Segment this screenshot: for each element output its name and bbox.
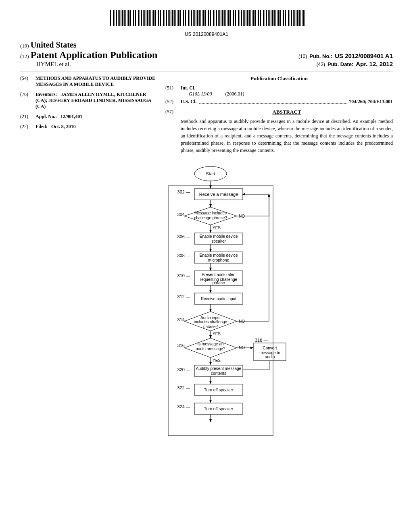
svg-rect-89	[249, 10, 250, 26]
svg-rect-42	[175, 10, 176, 26]
step324-text: Turn off speaker	[204, 407, 234, 411]
svg-rect-30	[157, 10, 157, 26]
step324-num: 324 —	[177, 404, 190, 409]
svg-rect-91	[252, 10, 252, 26]
svg-rect-112	[285, 10, 286, 26]
svg-rect-15	[133, 10, 134, 26]
svg-rect-45	[180, 10, 181, 26]
svg-rect-60	[203, 10, 204, 26]
svg-rect-124	[303, 10, 305, 26]
abstract-text: Methods and apparatus to audibly provide…	[181, 118, 393, 154]
svg-rect-46	[182, 10, 182, 26]
svg-rect-69	[218, 10, 219, 26]
svg-rect-68	[216, 10, 217, 26]
step320-text-2: contents	[211, 371, 226, 376]
svg-rect-6	[119, 10, 120, 26]
svg-rect-18	[138, 10, 139, 26]
left-column: (54) METHODS AND APPARATUS TO AUDIBLY PR…	[20, 75, 157, 156]
svg-rect-81	[237, 10, 237, 26]
step308-text-1: Enable mobile device	[199, 253, 238, 258]
svg-rect-63	[208, 10, 209, 26]
svg-rect-158	[168, 186, 273, 436]
svg-rect-21	[143, 10, 144, 26]
svg-rect-32	[160, 10, 161, 26]
svg-rect-59	[202, 10, 202, 26]
svg-rect-28	[153, 10, 154, 26]
svg-rect-8	[122, 10, 123, 26]
svg-rect-74	[225, 10, 226, 26]
step314-yes-label: YES	[213, 332, 221, 336]
svg-rect-29	[155, 10, 156, 26]
svg-rect-10	[125, 10, 126, 26]
step310-text-1: Present audio alert	[202, 272, 236, 277]
step304-text-1: Message includes	[194, 211, 227, 215]
field-51-num: (51)	[165, 85, 181, 97]
inventor-name: HYMEL et al.	[20, 61, 71, 68]
field-57-row: (57) ABSTRACT Methods and apparatus to a…	[165, 109, 393, 154]
field-52-label: U.S. Cl.	[181, 99, 196, 105]
svg-rect-103	[271, 10, 271, 26]
svg-rect-102	[269, 10, 270, 26]
svg-rect-82	[238, 10, 239, 26]
svg-rect-12	[128, 10, 129, 26]
patent-type-num: (12)	[20, 53, 29, 60]
page: US 20120089401A1 (19) United States (12)…	[0, 0, 413, 532]
step320-text-1: Audibly present message	[196, 366, 242, 371]
svg-rect-66	[213, 10, 214, 26]
svg-rect-7	[121, 10, 121, 26]
country-name: United States	[31, 40, 77, 50]
svg-rect-71	[221, 10, 221, 26]
svg-rect-14	[132, 10, 132, 26]
svg-rect-108	[278, 10, 280, 26]
flowchart-container: Start 302 — Receive a message 304 — Mess…	[20, 164, 393, 494]
svg-rect-4	[116, 10, 117, 26]
svg-rect-120	[297, 10, 298, 26]
country-num: (19)	[20, 43, 29, 49]
step310-num: 310 —	[177, 273, 190, 278]
svg-rect-19	[140, 10, 140, 26]
svg-rect-97	[262, 10, 262, 26]
svg-rect-95	[258, 10, 259, 26]
field-51-label: Int. Cl.	[181, 85, 195, 91]
svg-rect-101	[268, 10, 269, 26]
svg-rect-44	[178, 10, 179, 26]
svg-rect-51	[190, 10, 190, 26]
svg-rect-77	[230, 10, 231, 26]
pub-no-label: Pub. No.:	[309, 53, 332, 59]
field-22-num: (22)	[20, 124, 35, 130]
svg-rect-55	[196, 10, 196, 26]
pub-class-title: Publication Classification	[165, 75, 393, 82]
field-76-num: (76)	[20, 91, 35, 98]
svg-rect-41	[174, 10, 175, 26]
field-51-sub: G10L 13/00	[181, 91, 212, 97]
svg-rect-118	[294, 10, 295, 26]
svg-rect-22	[144, 10, 145, 26]
header-divider	[20, 71, 393, 71]
abstract-title: ABSTRACT	[181, 109, 393, 115]
svg-rect-38	[169, 10, 170, 26]
svg-rect-0	[110, 10, 111, 26]
svg-rect-36	[166, 10, 167, 26]
svg-rect-87	[246, 10, 246, 26]
step314-text-2: includes challenge	[194, 320, 227, 324]
right-column: Publication Classification (51) Int. Cl.…	[165, 75, 393, 156]
svg-rect-83	[240, 10, 240, 26]
svg-rect-123	[302, 10, 302, 26]
step316-yes-label: YES	[213, 358, 221, 363]
svg-rect-57	[199, 10, 200, 26]
field-54-row: (54) METHODS AND APPARATUS TO AUDIBLY PR…	[20, 75, 157, 87]
step304-text-2: challenge phrase?	[194, 216, 227, 220]
svg-rect-122	[300, 10, 301, 26]
svg-rect-72	[222, 10, 223, 26]
svg-rect-61	[205, 10, 206, 26]
svg-rect-53	[193, 10, 194, 26]
svg-rect-92	[253, 10, 254, 26]
field-57-num: (57)	[165, 109, 181, 154]
step314-text-3: phrase?	[203, 324, 218, 329]
svg-rect-84	[241, 10, 242, 26]
svg-rect-25	[149, 10, 150, 26]
svg-rect-13	[130, 10, 131, 26]
field-21-num: (21)	[20, 114, 35, 120]
header-section: (19) United States (12) Patent Applicati…	[20, 40, 393, 68]
svg-rect-109	[280, 10, 281, 26]
